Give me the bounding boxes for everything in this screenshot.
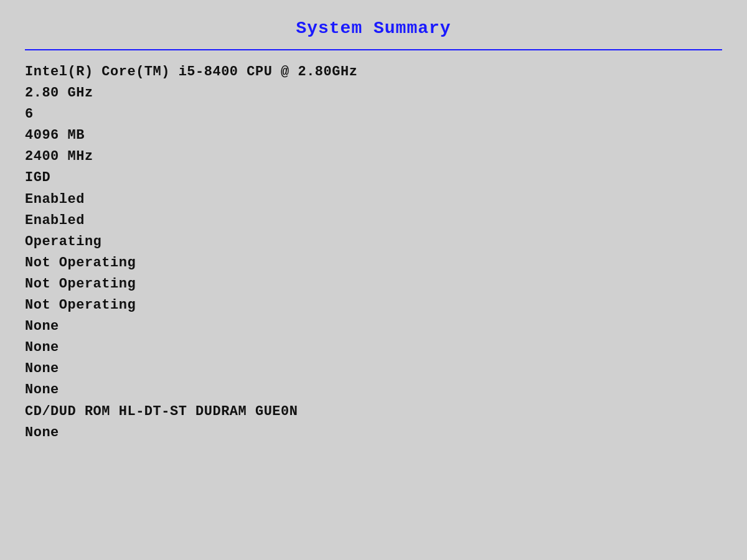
list-item: None [25, 358, 722, 380]
list-item: Operating [25, 231, 722, 253]
list-item: Not Operating [25, 295, 722, 316]
list-item: None [25, 422, 722, 444]
list-item: 2.80 GHz [25, 83, 722, 104]
list-item: None [25, 337, 722, 358]
page-title: System Summary [25, 19, 722, 38]
list-item: Not Operating [25, 253, 722, 274]
list-item: IGD [25, 167, 722, 189]
list-item: None [25, 380, 722, 401]
list-item: 2400 MHz [25, 146, 722, 167]
list-item: Enabled [25, 210, 722, 231]
list-item: Intel(R) Core(TM) i5-8400 CPU @ 2.80GHz [25, 62, 722, 83]
list-item: None [25, 316, 722, 337]
system-summary-screen: System Summary Intel(R) Core(TM) i5-8400… [0, 0, 747, 560]
list-item: CD/DUD ROM HL-DT-ST DUDRAM GUE0N [25, 401, 722, 422]
title-divider [25, 49, 722, 50]
list-item: 6 [25, 104, 722, 125]
info-list: Intel(R) Core(TM) i5-8400 CPU @ 2.80GHz2… [25, 62, 722, 444]
list-item: Enabled [25, 189, 722, 210]
list-item: 4096 MB [25, 125, 722, 146]
list-item: Not Operating [25, 274, 722, 295]
